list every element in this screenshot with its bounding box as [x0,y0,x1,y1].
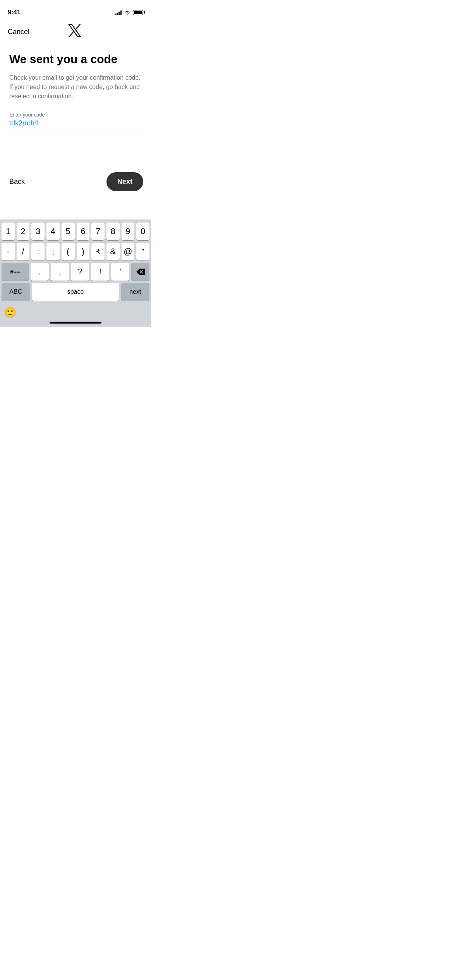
key-9[interactable]: 9 [122,223,135,240]
key-2[interactable]: 2 [17,223,30,240]
status-bar: 9:41 [0,0,151,19]
page-title: We sent you a code [9,52,142,66]
home-indicator [50,322,101,324]
key-next[interactable]: next [121,283,149,301]
key-period[interactable]: . [31,263,49,281]
key-exclamation[interactable]: ! [91,263,109,281]
keyboard-special-row: #+= . , ? ! ' [0,263,151,283]
key-comma[interactable]: , [51,263,69,281]
code-input[interactable] [9,119,142,127]
cancel-button[interactable]: Cancel [8,28,29,36]
key-close-paren[interactable]: ) [77,243,90,260]
wifi-icon [124,10,130,15]
keyboard-symbols-row: - / : ; ( ) ₹ & @ " [0,243,151,263]
code-input-section[interactable]: Enter your code [9,112,142,130]
status-time: 9:41 [8,9,21,16]
status-icons [115,10,143,15]
page-description: Check your email to get your confirmatio… [9,73,142,101]
emoji-button[interactable]: 🙂 [4,307,16,319]
key-4[interactable]: 4 [46,223,60,240]
key-8[interactable]: 8 [106,223,120,240]
battery-icon [133,10,143,15]
keyboard: 1 2 3 4 5 6 7 8 9 0 - / : ; ( ) ₹ & @ " … [0,219,151,327]
signal-icon [115,10,122,15]
key-at[interactable]: @ [122,243,135,260]
key-ampersand[interactable]: & [106,243,120,260]
keyboard-emoji-row: 🙂 [0,304,151,320]
key-0[interactable]: 0 [136,223,149,240]
input-label: Enter your code [9,112,142,118]
keyboard-number-row: 1 2 3 4 5 6 7 8 9 0 [0,219,151,243]
key-space[interactable]: space [32,283,119,301]
key-3[interactable]: 3 [31,223,45,240]
key-7[interactable]: 7 [91,223,105,240]
key-open-paren[interactable]: ( [62,243,75,260]
key-semicolon[interactable]: ; [46,243,60,260]
key-1[interactable]: 1 [2,223,15,240]
key-apostrophe[interactable]: ' [111,263,129,281]
nav-bar: Cancel [0,19,151,45]
key-rupee[interactable]: ₹ [91,243,105,260]
x-logo-svg [68,24,81,37]
key-question[interactable]: ? [71,263,89,281]
key-6[interactable]: 6 [77,223,90,240]
key-5[interactable]: 5 [62,223,75,240]
backspace-icon [136,269,145,275]
x-logo [68,24,81,40]
key-backspace[interactable] [131,263,149,281]
key-quote[interactable]: " [136,243,149,260]
bottom-navigation: Back Next [0,168,151,195]
key-slash[interactable]: / [17,243,30,260]
next-button[interactable]: Next [106,172,143,191]
key-hashtag-switch[interactable]: #+= [2,263,29,281]
key-minus[interactable]: - [2,243,15,260]
key-abc[interactable]: ABC [2,283,30,301]
keyboard-bottom-row: ABC space next [0,283,151,304]
key-colon[interactable]: : [31,243,45,260]
back-button[interactable]: Back [9,178,25,186]
main-content: We sent you a code Check your email to g… [0,45,151,130]
